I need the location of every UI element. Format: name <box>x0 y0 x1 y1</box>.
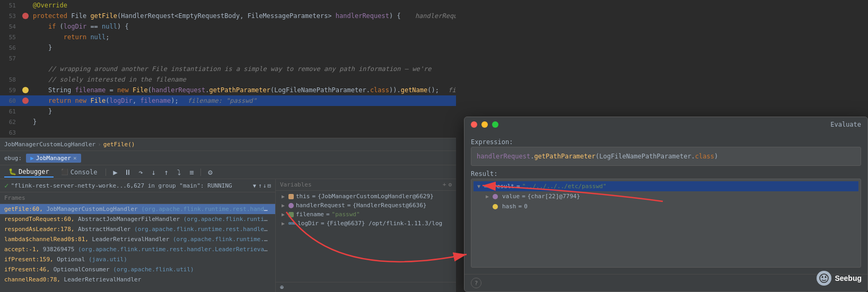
var-type-icon-this <box>288 194 294 199</box>
result-toggle-1[interactable]: ▶ <box>484 193 490 200</box>
tab-jobmanager-icon: ▶ <box>30 155 34 162</box>
frame-item-6[interactable]: ifPresent:46, OptionalConsumer (org.apac… <box>0 264 275 275</box>
code-line-62: 62 } <box>0 117 456 127</box>
breadcrumb-method: getFile() <box>103 141 135 148</box>
debug-tabbar: ebug: ▶ JobManager × <box>0 151 456 165</box>
breakpoint-icon <box>22 13 29 19</box>
code-line-56: 56 } <box>0 42 456 53</box>
eval-footer: ? <box>464 274 867 291</box>
debugger-icon: 🐛 <box>8 168 16 175</box>
variables-header: Variables + ⚙ <box>276 179 456 191</box>
var-settings-icon[interactable]: ⚙ <box>448 181 452 188</box>
var-item-this[interactable]: ▶ this = {JobManagerCustomLogHandler@662… <box>276 192 456 201</box>
breadcrumb-class: JobManagerCustomLogHandler <box>4 141 95 148</box>
tab-jobmanager[interactable]: ▶ JobManager × <box>26 154 81 163</box>
svg-point-4 <box>825 277 827 278</box>
breadcrumb-sep: › <box>98 141 101 148</box>
svg-point-3 <box>822 277 823 278</box>
code-line-61: 61 } <box>0 106 456 117</box>
toolbar-step-into-btn[interactable]: ↓ <box>148 167 158 177</box>
var-toggle-this[interactable]: ▶ <box>280 193 286 200</box>
debug-toolbar: 🐛 Debugger ⬛ Console ▶ ⏸ ↷ ↓ ↑ ⤵ ≡ ⚙ <box>0 165 456 179</box>
code-line-54: 54 if (logDir == null) { <box>0 21 456 32</box>
var-toggle-filename[interactable]: ▶ <box>280 211 286 218</box>
eval-body: Expression: handlerRequest.getPathParame… <box>464 132 867 274</box>
seebug-label: Seebug <box>835 274 862 282</box>
tab-close-icon[interactable]: × <box>73 155 77 162</box>
code-line-58: 58 // solely interested in the filename <box>0 74 456 85</box>
thread-down-icon[interactable]: ↓ <box>263 182 267 189</box>
variable-list: ▶ this = {JobManagerCustomLogHandler@662… <box>276 191 456 282</box>
result-row-2[interactable]: ▶ hash = 0 <box>474 201 858 211</box>
thread-filter-icon[interactable]: ⊟ <box>267 182 271 189</box>
expression-section: Expression: handlerRequest.getPathParame… <box>471 138 861 166</box>
eval-title: Evaluate <box>503 121 861 128</box>
code-line-57: 57 <box>0 53 456 64</box>
thread-dropdown-icon[interactable]: ▼ <box>253 183 256 189</box>
var-item-filename[interactable]: ▶ filename = "passwd" <box>276 210 456 219</box>
expression-label: Expression: <box>471 138 861 146</box>
breadcrumb: JobManagerCustomLogHandler › getFile() <box>0 138 456 151</box>
tab-console[interactable]: ⬛ Console <box>57 167 102 177</box>
result-oo-icon: ∞∞ <box>484 183 491 190</box>
expression-input[interactable]: handlerRequest.getPathParameter(LogFileN… <box>471 147 861 166</box>
code-line-51: 51 @Override <box>0 0 456 11</box>
toolbar-pause-btn[interactable]: ⏸ <box>123 167 133 177</box>
tab-jobmanager-label: JobManager <box>36 155 71 162</box>
var-type-icon-oo: ∞∞ <box>288 220 295 227</box>
tab-debugger-label: Debugger <box>19 168 49 175</box>
toolbar-run-cursor-btn[interactable]: ⤵ <box>174 167 183 177</box>
thread-nav-arrows: ↑ ↓ ⊟ <box>258 182 271 189</box>
variables-toolbar: + ⚙ <box>443 181 452 188</box>
tl-green[interactable] <box>492 121 498 128</box>
eval-help-button[interactable]: ? <box>471 278 481 288</box>
expression-logfile: LogFileNamePathParameter <box>599 153 691 160</box>
frame-list: getFile:60, JobManagerCustomLogHandler (… <box>0 204 275 292</box>
tab-console-label: Console <box>71 169 98 176</box>
code-editor: 51 @Override 53 protected File getFile(H… <box>0 0 456 138</box>
var-type-icon-str <box>288 212 294 217</box>
run-tab-label: ebug: <box>4 155 22 162</box>
frame-item-5[interactable]: ifPresent:159, Optional (java.util) <box>0 254 275 264</box>
frame-item-4[interactable]: accept:-1, 938269475 (org.apache.flink.r… <box>0 244 275 254</box>
console-icon: ⬛ <box>61 169 68 175</box>
code-line-63: 63 <box>0 127 456 138</box>
seebug-svg <box>819 273 829 284</box>
code-line-59: 59 String filename = new File(handlerReq… <box>0 85 456 95</box>
var-toggle-handler[interactable]: ▶ <box>280 202 286 209</box>
var-item-logdir[interactable]: ▶ ∞∞ logDir = {File@6637} /opt/flink-1.1… <box>276 219 456 228</box>
var-add-icon[interactable]: + <box>443 181 446 188</box>
frames-header: Frames <box>0 192 275 204</box>
frame-item-2[interactable]: respondAsLeader:178, AbstractHandler (or… <box>0 224 275 234</box>
var-action-icon[interactable]: ⊕ <box>280 284 284 291</box>
toolbar-step-over-btn[interactable]: ↷ <box>136 167 145 177</box>
frames-panel: ✓ "flink-rest-server-netty-worke...6,627… <box>0 179 276 292</box>
code-line-57b: // wrapping around another File instanti… <box>0 64 456 74</box>
frame-item-0[interactable]: getFile:60, JobManagerCustomLogHandler (… <box>0 204 275 214</box>
var-toggle-logdir[interactable]: ▶ <box>280 220 286 227</box>
var-actions-bar: ⊕ <box>276 282 456 292</box>
result-row-0[interactable]: ▼ ∞∞ result = "../../../../etc/passwd" <box>474 181 858 191</box>
result-circle-icon-1 <box>493 194 498 199</box>
breakpoint-yellow-icon <box>22 87 29 93</box>
code-line-60: 60 return new File(logDir, filename); fi… <box>0 95 456 106</box>
thread-selector[interactable]: ✓ "flink-rest-server-netty-worke...6,627… <box>0 179 275 192</box>
toolbar-resume-btn[interactable]: ▶ <box>110 167 120 177</box>
code-line-53: 53 protected File getFile(HandlerRequest… <box>0 11 456 21</box>
tl-yellow[interactable] <box>481 121 488 128</box>
toolbar-separator <box>106 169 106 176</box>
frame-item-3[interactable]: lambda$channelRead0$:81, LeaderRetrieval… <box>0 234 275 244</box>
toolbar-step-out-btn[interactable]: ↑ <box>161 167 171 177</box>
frame-item-1[interactable]: respondToRequest:60, AbstractJobManagerF… <box>0 214 275 224</box>
tl-red[interactable] <box>471 121 477 128</box>
result-row-1[interactable]: ▶ value = {char[22]@7794} <box>474 191 858 201</box>
result-label: Result: <box>471 170 861 178</box>
expression-class: class <box>695 153 714 160</box>
var-item-handlerrequest[interactable]: ▶ handlerRequest = {HandlerRequest@6636} <box>276 201 456 210</box>
frame-item-7[interactable]: channelRead0:78, LeaderRetrievalHandler <box>0 275 275 285</box>
toolbar-settings-btn[interactable]: ⚙ <box>205 167 215 177</box>
toolbar-evaluate-btn[interactable]: ≡ <box>187 167 196 177</box>
tab-debugger[interactable]: 🐛 Debugger <box>4 167 54 178</box>
result-toggle-0[interactable]: ▼ <box>476 183 482 190</box>
thread-up-icon[interactable]: ↑ <box>258 182 262 189</box>
